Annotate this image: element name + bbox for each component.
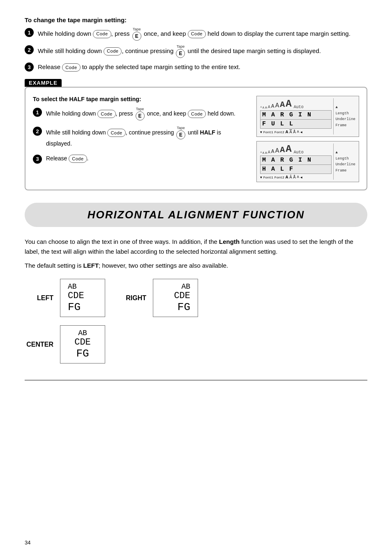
lcd-1-main: ^ A A A A A A A Auto — [260, 98, 332, 134]
lcd-1-row2: F U L L — [260, 119, 332, 129]
left-line3: FG — [68, 301, 97, 313]
lcd-2-main: ^ A A A A A A A Auto — [260, 144, 332, 180]
center-line2: CDE — [68, 337, 97, 347]
lcd-2-row2: H A L F — [260, 164, 332, 174]
lcd-2-bottom: ▼ Font1 Font2 A Ā Å A ◄ — [260, 175, 332, 180]
lcd-1-bottom: ▼ Font1 Font2 A Ā Å A ◄ — [260, 130, 332, 134]
center-line1: AB — [68, 329, 97, 337]
ex-code-key-3: Code — [69, 155, 87, 163]
example-left: To select the HALF tape margin setting: … — [33, 96, 248, 182]
page-footer: 34 — [25, 539, 30, 546]
ex-e-key-1: Tape E — [136, 107, 145, 120]
lcd-1-top: ^ A A A A A A A Auto — [260, 98, 332, 109]
ex-step-3-num: 3 — [33, 155, 42, 164]
step-1-text: While holding down Code, press Tape E on… — [38, 28, 367, 41]
lcd-display-1: ^ A A A A A A A Auto — [256, 96, 359, 137]
center-line3: FG — [68, 347, 97, 360]
lcd-1-caret: ^ — [260, 106, 262, 109]
lcd-2-caret: ^ — [260, 151, 262, 155]
ex-step-2-text: While still holding down Code, continue … — [46, 126, 248, 148]
example-subtitle: To select the HALF tape margin setting: — [33, 96, 248, 102]
e-key-1: Tape E — [132, 28, 141, 41]
ex-code-key-2a: Code — [107, 129, 125, 137]
ex-code-key-1b: Code — [188, 110, 206, 118]
code-key-1b: Code — [188, 30, 206, 38]
example-displays: ^ A A A A A A A Auto — [256, 96, 359, 182]
tape-margin-section: To change the tape margin setting: 1 Whi… — [25, 16, 367, 72]
align-item-left: LEFT AB CDE FG — [25, 279, 105, 317]
lcd-1-container: ^ A A A A A A A Auto — [256, 96, 359, 137]
code-key-3: Code — [62, 63, 80, 72]
section-title: To change the tape margin setting: — [25, 16, 367, 23]
halign-desc2: The default setting is LEFT; however, tw… — [25, 261, 367, 271]
page-number: 34 — [25, 539, 30, 546]
lcd-2-container: ^ A A A A A A A Auto — [256, 141, 359, 182]
align-label-right: RIGHT — [118, 294, 146, 302]
step-1-num: 1 — [25, 28, 34, 37]
align-examples: LEFT AB CDE FG RIGHT AB CDE FG — [25, 279, 367, 317]
step-2: 2 While still holding down Code, continu… — [25, 45, 367, 58]
lcd-2-auto: Auto — [294, 150, 304, 155]
code-key-1a: Code — [93, 30, 111, 38]
left-line1: AB — [68, 282, 97, 291]
code-key-2a: Code — [104, 47, 122, 56]
align-label-center: CENTER — [25, 341, 53, 348]
lcd-1-row1: M A R G I N — [260, 110, 332, 119]
ex-step-1: 1 While holding down Code, press Tape E … — [33, 107, 248, 120]
footer-line — [25, 380, 367, 380]
lcd-2-sidebar: ▲ Length Underline Frame — [333, 144, 355, 180]
ex-step-2: 2 While still holding down Code, continu… — [33, 126, 248, 148]
lcd-2-a-sizes: A A A A A A A — [263, 144, 292, 155]
lcd-1-auto: Auto — [294, 105, 304, 109]
lcd-1-a-sizes: A A A A A A A — [263, 98, 292, 109]
right-line1: AB — [161, 282, 190, 291]
e-key-2: Tape E — [176, 45, 185, 58]
align-box-center: AB CDE FG — [60, 325, 105, 364]
example-section: EXAMPLE To select the HALF tape margin s… — [25, 79, 367, 190]
ex-code-key-1a: Code — [97, 110, 115, 118]
lcd-display-2: ^ A A A A A A A Auto — [256, 141, 359, 182]
align-box-left: AB CDE FG — [60, 279, 105, 317]
step-2-text: While still holding down Code, continue … — [38, 45, 367, 58]
lcd-2-row1: M A R G I N — [260, 155, 332, 164]
example-box: To select the HALF tape margin setting: … — [25, 87, 367, 190]
ex-step-1-text: While holding down Code, press Tape E on… — [46, 107, 248, 120]
halign-title: HORIZONTAL ALIGNMENT FUNCTION — [88, 208, 304, 221]
halign-section: HORIZONTAL ALIGNMENT FUNCTION You can ch… — [25, 203, 367, 364]
step-3-num: 3 — [25, 63, 34, 72]
ex-step-3-text: Release Code. — [46, 154, 248, 163]
align-item-right: RIGHT AB CDE FG — [118, 279, 198, 317]
lcd-2-top: ^ A A A A A A A Auto — [260, 144, 332, 155]
tape-margin-steps: 1 While holding down Code, press Tape E … — [25, 28, 367, 72]
align-item-center: CENTER AB CDE FG — [25, 325, 105, 364]
ex-step-1-num: 1 — [33, 108, 42, 117]
right-line3: FG — [161, 301, 190, 313]
lcd-1-sidebar: ▲ Length Underline Frame — [333, 98, 355, 134]
step-3: 3 Release Code to apply the selected tap… — [25, 62, 367, 72]
align-box-right: AB CDE FG — [153, 279, 198, 317]
ex-step-2-num: 2 — [33, 127, 42, 136]
step-1: 1 While holding down Code, press Tape E … — [25, 28, 367, 41]
halign-title-box: HORIZONTAL ALIGNMENT FUNCTION — [25, 203, 367, 227]
align-examples-2: CENTER AB CDE FG — [25, 325, 367, 364]
ex-e-key-2: Tape E — [176, 126, 185, 139]
halign-desc1: You can choose to align the text in one … — [25, 237, 367, 257]
step-3-text: Release Code to apply the selected tape … — [38, 62, 367, 72]
example-label: EXAMPLE — [25, 79, 62, 87]
right-line2: CDE — [161, 291, 190, 301]
left-line2: CDE — [68, 291, 97, 301]
ex-step-3: 3 Release Code. — [33, 154, 248, 164]
step-2-num: 2 — [25, 45, 34, 54]
align-label-left: LEFT — [25, 294, 53, 302]
